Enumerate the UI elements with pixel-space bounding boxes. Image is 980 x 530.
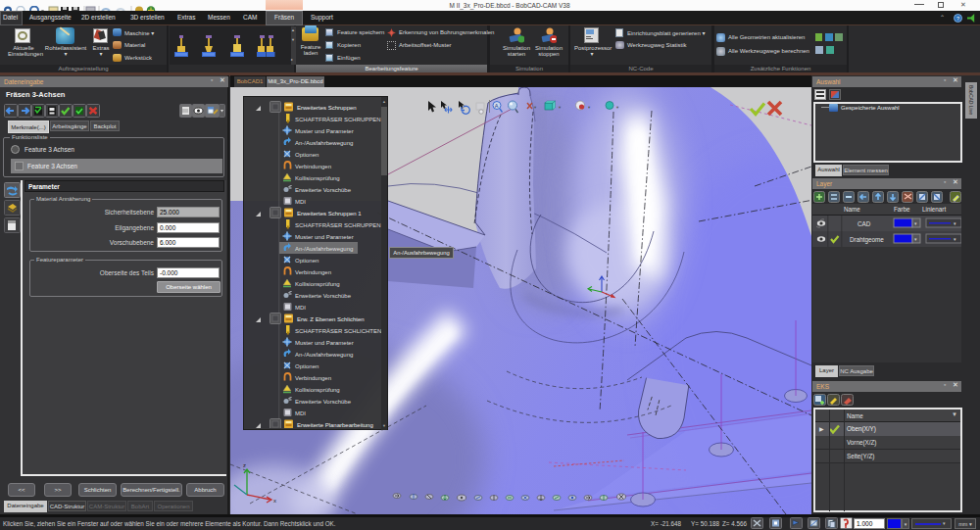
svg-text:Kollisionsprüfung: Kollisionsprüfung: [295, 175, 340, 181]
svg-text:Optionen: Optionen: [295, 363, 318, 369]
svg-text:An-/Ausfahrbewegung: An-/Ausfahrbewegung: [295, 352, 353, 358]
svg-text:SCHAFTFRÄSER SCHRUPPEN: SCHAFTFRÄSER SCHRUPPEN: [295, 222, 381, 228]
svg-text:Erw. Z Ebenen Schlichten: Erw. Z Ebenen Schlichten: [297, 316, 365, 322]
svg-text:SCHAFTFRÄSER SCHLICHTEN: SCHAFTFRÄSER SCHLICHTEN: [295, 328, 381, 334]
svg-text:Erweitertes Schruppen 1: Erweitertes Schruppen 1: [297, 211, 362, 217]
svg-text:MDI: MDI: [295, 199, 306, 205]
svg-text:Verbindungen: Verbindungen: [295, 164, 331, 169]
svg-text:Kollisionsprüfung: Kollisionsprüfung: [295, 387, 340, 393]
svg-text:Drahtgeome: Drahtgeome: [850, 236, 884, 244]
svg-text:MDI: MDI: [295, 305, 306, 311]
svg-text:Verbindungen: Verbindungen: [295, 269, 331, 275]
svg-text:Muster und Parameter: Muster und Parameter: [295, 234, 354, 240]
svg-text:Verbindungen: Verbindungen: [295, 375, 331, 381]
svg-text:Erweiterte Planarbearbeitung: Erweiterte Planarbearbeitung: [297, 422, 373, 428]
svg-text:A: A: [495, 103, 499, 109]
svg-text:Muster und Parameter: Muster und Parameter: [295, 340, 354, 346]
svg-text:MDI: MDI: [295, 410, 306, 416]
svg-text:An-/Ausfahrbewegung: An-/Ausfahrbewegung: [295, 140, 353, 146]
svg-text:Kollisionsprüfung: Kollisionsprüfung: [295, 281, 340, 287]
svg-text:Muster und Parameter: Muster und Parameter: [295, 128, 354, 134]
svg-text:Optionen: Optionen: [295, 258, 318, 264]
svg-text:Erweiterte Vorschübe: Erweiterte Vorschübe: [295, 187, 352, 193]
svg-text:An-/Ausfahrbewegung: An-/Ausfahrbewegung: [295, 246, 353, 252]
svg-text:Erweiterte Vorschübe: Erweiterte Vorschübe: [295, 399, 352, 405]
svg-text:x: x: [273, 498, 276, 504]
svg-text:CAD: CAD: [858, 220, 871, 227]
svg-text:Erweitertes Schruppen: Erweitertes Schruppen: [297, 105, 357, 111]
svg-text:Optionen: Optionen: [295, 152, 318, 158]
svg-text:Erweiterte Vorschübe: Erweiterte Vorschübe: [295, 293, 352, 299]
svg-text:SCHAFTFRÄSER SCHRUPPEN: SCHAFTFRÄSER SCHRUPPEN: [295, 117, 381, 122]
svg-text:z: z: [243, 462, 246, 468]
